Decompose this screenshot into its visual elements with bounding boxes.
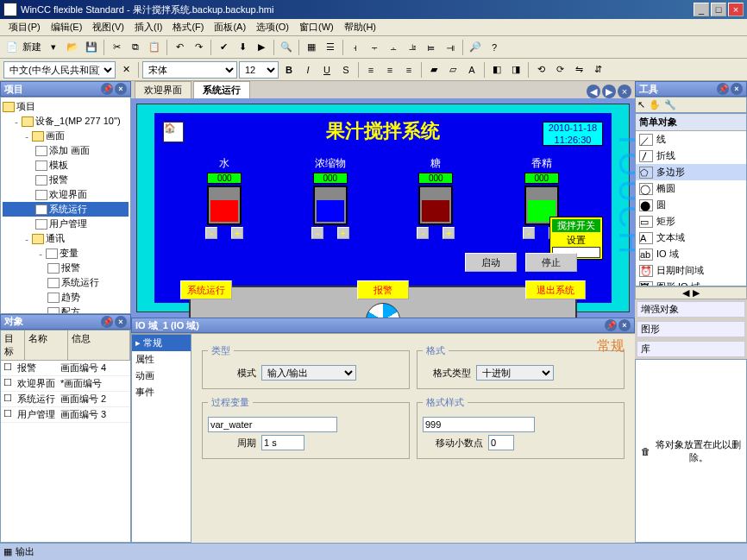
format-type-select[interactable]: 十进制 bbox=[476, 365, 554, 381]
project-tree[interactable]: 项目 -设备_1(MP 277 10'') -画面 添加 画面 模板 报警 欢迎… bbox=[0, 97, 131, 314]
objects-col-name[interactable]: 名称 bbox=[25, 330, 68, 360]
rotate-right-icon[interactable]: ⟳ bbox=[551, 61, 568, 79]
menu-insert[interactable]: 插入(I) bbox=[129, 19, 167, 35]
tree-usermgr[interactable]: 用户管理 bbox=[49, 217, 87, 230]
sysrun-button[interactable]: 系统运行 bbox=[180, 280, 232, 299]
objects-col-target[interactable]: 目标 bbox=[1, 330, 25, 360]
cut-button[interactable]: ✂ bbox=[108, 39, 125, 56]
prop-tab-anim[interactable]: 动画 bbox=[132, 368, 191, 384]
line-color-icon[interactable]: ▱ bbox=[444, 61, 461, 79]
objects-row[interactable]: ☐欢迎界面*画面编号 bbox=[1, 376, 130, 392]
tools-cat-lib[interactable]: 库 bbox=[637, 341, 745, 357]
decimal-shift-input[interactable] bbox=[488, 435, 514, 450]
objects-row[interactable]: ☐系统运行画面编号 2 bbox=[1, 392, 130, 407]
tools-cat-graph[interactable]: 图形 bbox=[637, 321, 745, 337]
run-button[interactable]: ▶ bbox=[253, 39, 270, 56]
undo-button[interactable]: ↶ bbox=[171, 39, 188, 56]
find-button[interactable]: 🔍 bbox=[278, 39, 295, 56]
copy-button[interactable]: ⧉ bbox=[127, 39, 144, 56]
tree-sysrun[interactable]: 系统运行 bbox=[49, 203, 87, 216]
tool-ellipse[interactable]: ◯椭圆 bbox=[636, 180, 746, 197]
layers-icon[interactable]: ☰ bbox=[322, 39, 339, 56]
tree-tag-sysrun[interactable]: 系统运行 bbox=[61, 276, 99, 289]
tool-polygon[interactable]: ⬠多边形 bbox=[636, 164, 746, 180]
rotate-left-icon[interactable]: ⟲ bbox=[532, 61, 549, 79]
menu-options[interactable]: 选项(O) bbox=[251, 19, 294, 35]
objects-row[interactable]: ☐用户管理画面编号 3 bbox=[1, 407, 130, 423]
minimize-button[interactable]: _ bbox=[694, 3, 709, 16]
tool-text[interactable]: A文本域 bbox=[636, 230, 746, 246]
alarm-button[interactable]: 报警 bbox=[357, 280, 409, 299]
tree-welcome[interactable]: 欢迎界面 bbox=[49, 188, 87, 201]
help-icon[interactable]: ? bbox=[486, 39, 503, 56]
tool-rect[interactable]: ▭矩形 bbox=[636, 213, 746, 230]
tool-datetime[interactable]: ⏰日期时间域 bbox=[636, 262, 746, 279]
text-color-icon[interactable]: A bbox=[463, 61, 480, 79]
bold-button[interactable]: B bbox=[280, 61, 298, 79]
format-pattern-input[interactable] bbox=[423, 417, 535, 432]
tools-cat-simple[interactable]: 简单对象 bbox=[636, 114, 746, 131]
fill-color-icon[interactable]: ▰ bbox=[425, 61, 443, 79]
objects-list[interactable]: 目标 名称 信息 ☐报警画面编号 4 ☐欢迎界面*画面编号 ☐系统运行画面编号 … bbox=[0, 330, 131, 544]
menu-project[interactable]: 项目(P) bbox=[3, 19, 46, 35]
tree-template[interactable]: 模板 bbox=[49, 159, 68, 172]
tank3-plus[interactable]: + bbox=[443, 227, 455, 239]
tree-tag-alarm[interactable]: 报警 bbox=[61, 261, 80, 274]
flip-v-icon[interactable]: ⇵ bbox=[589, 61, 606, 79]
align-bottom-icon[interactable]: ⫣ bbox=[442, 39, 459, 56]
text-align-left-icon[interactable]: ≡ bbox=[362, 61, 380, 79]
tank2-plus[interactable]: + bbox=[337, 227, 349, 239]
send-back-icon[interactable]: ◨ bbox=[507, 61, 524, 79]
grid-icon[interactable]: ▦ bbox=[303, 39, 320, 56]
menu-window[interactable]: 窗口(W) bbox=[294, 19, 339, 35]
tank2-minus[interactable]: - bbox=[311, 227, 323, 239]
bring-front-icon[interactable]: ◧ bbox=[488, 61, 505, 79]
stop-button[interactable]: 停止 bbox=[525, 253, 577, 272]
objects-pin-icon[interactable]: 📌 bbox=[101, 316, 113, 328]
close-button[interactable]: × bbox=[728, 3, 744, 16]
pan-tool-icon[interactable]: ✋ bbox=[649, 99, 661, 110]
tree-add-screen[interactable]: 添加 画面 bbox=[49, 144, 90, 157]
pointer-tool-icon[interactable]: ↖ bbox=[637, 99, 645, 110]
tree-screens[interactable]: 画面 bbox=[46, 129, 65, 142]
tool-graphic-io[interactable]: 🖼图形 IO 域 bbox=[636, 279, 746, 286]
download-button[interactable]: ⬇ bbox=[234, 39, 251, 56]
save-button[interactable]: 💾 bbox=[83, 39, 100, 56]
tool-line[interactable]: ／线 bbox=[636, 131, 746, 148]
tree-tag-recipe[interactable]: 配方 bbox=[61, 305, 80, 314]
tool-circle[interactable]: ⬤圆 bbox=[636, 197, 746, 213]
tree-device[interactable]: 设备_1(MP 277 10'') bbox=[35, 115, 121, 128]
tree-alarm-screen[interactable]: 报警 bbox=[49, 173, 68, 186]
tool-iofield[interactable]: abIO 域 bbox=[636, 246, 746, 262]
align-middle-icon[interactable]: ⫢ bbox=[423, 39, 440, 56]
tree-comm[interactable]: 通讯 bbox=[46, 232, 65, 245]
menu-panel[interactable]: 面板(A) bbox=[209, 19, 251, 35]
menu-format[interactable]: 格式(F) bbox=[167, 19, 209, 35]
locale-select[interactable]: 中文(中华人民共和国) bbox=[3, 61, 116, 79]
flip-h-icon[interactable]: ⇋ bbox=[570, 61, 587, 79]
align-center-icon[interactable]: ⫟ bbox=[366, 39, 383, 56]
prop-close-icon[interactable]: × bbox=[618, 319, 631, 331]
mode-select[interactable]: 输入/输出 bbox=[261, 365, 356, 381]
tools-close-icon[interactable]: × bbox=[731, 83, 743, 95]
prop-pin-icon[interactable]: 📌 bbox=[605, 319, 617, 331]
menu-view[interactable]: 视图(V) bbox=[87, 19, 129, 35]
tank1-minus[interactable]: - bbox=[205, 227, 217, 239]
align-top-icon[interactable]: ⫡ bbox=[404, 39, 421, 56]
tab-welcome[interactable]: 欢迎界面 bbox=[135, 81, 191, 98]
underline-button[interactable]: U bbox=[318, 61, 336, 79]
project-close-icon[interactable]: × bbox=[115, 83, 127, 95]
italic-button[interactable]: I bbox=[299, 61, 317, 79]
tab-sysrun[interactable]: 系统运行 bbox=[193, 81, 250, 98]
tree-root[interactable]: 项目 bbox=[16, 100, 35, 113]
objects-col-info[interactable]: 信息 bbox=[68, 330, 130, 360]
objects-row[interactable]: ☐报警画面编号 4 bbox=[1, 361, 130, 376]
tree-tag-trend[interactable]: 趋势 bbox=[61, 291, 80, 304]
tools-cat-adv[interactable]: 增强对象 bbox=[637, 301, 745, 318]
align-right-icon[interactable]: ⫠ bbox=[385, 39, 402, 56]
text-align-center-icon[interactable]: ≡ bbox=[381, 61, 399, 79]
strike-button[interactable]: S bbox=[337, 61, 355, 79]
text-align-right-icon[interactable]: ≡ bbox=[400, 61, 417, 79]
objects-close-icon[interactable]: × bbox=[115, 316, 127, 328]
tank3-minus[interactable]: - bbox=[417, 227, 429, 239]
